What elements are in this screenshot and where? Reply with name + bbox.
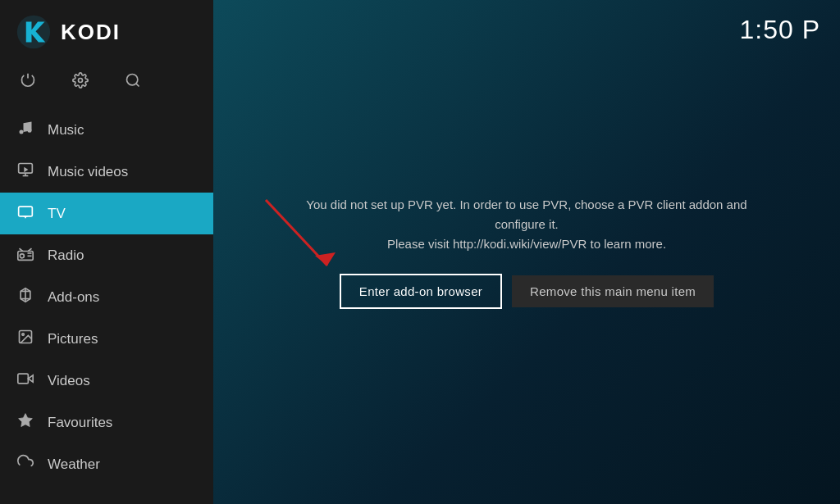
svg-point-6 bbox=[28, 129, 32, 133]
svg-marker-8 bbox=[24, 167, 28, 173]
sidebar-item-radio[interactable]: Radio bbox=[0, 234, 213, 276]
svg-marker-26 bbox=[28, 375, 33, 382]
settings-button[interactable] bbox=[69, 69, 92, 96]
sidebar-item-videos-label: Videos bbox=[48, 373, 90, 389]
favourites-icon bbox=[16, 412, 34, 433]
svg-point-2 bbox=[79, 79, 83, 83]
main-content: 1:50 P You did not set up PVR yet. In or… bbox=[213, 0, 840, 504]
sidebar-item-tv-label: TV bbox=[48, 206, 66, 222]
svg-marker-36 bbox=[315, 252, 336, 266]
sidebar-item-music-videos[interactable]: Music videos bbox=[0, 151, 213, 193]
sidebar-item-addons[interactable]: Add-ons bbox=[0, 276, 213, 318]
sidebar-item-pictures[interactable]: Pictures bbox=[0, 318, 213, 360]
svg-point-25 bbox=[22, 334, 24, 336]
pvr-message-line1: You did not set up PVR yet. In order to … bbox=[306, 198, 746, 231]
sidebar-item-radio-label: Radio bbox=[48, 247, 84, 264]
sidebar-toolbar bbox=[0, 62, 213, 109]
sidebar: KODI bbox=[0, 0, 213, 504]
sidebar-item-weather-label: Weather bbox=[48, 456, 100, 473]
enter-addon-wrapper: Enter add-on browser bbox=[340, 274, 502, 309]
svg-point-3 bbox=[127, 75, 138, 85]
tv-icon bbox=[16, 203, 34, 224]
power-button[interactable] bbox=[16, 69, 39, 96]
svg-point-15 bbox=[20, 254, 24, 258]
sidebar-item-music-label: Music bbox=[48, 122, 84, 138]
sidebar-header: KODI bbox=[0, 0, 213, 62]
pvr-message: You did not set up PVR yet. In order to … bbox=[297, 195, 756, 254]
nav-menu: Music Music videos bbox=[0, 109, 213, 504]
sidebar-item-music-videos-label: Music videos bbox=[48, 164, 128, 180]
sidebar-item-favourites[interactable]: Favourites bbox=[0, 402, 213, 443]
svg-point-5 bbox=[20, 130, 24, 134]
sidebar-item-weather[interactable]: Weather bbox=[0, 443, 213, 485]
music-videos-icon bbox=[16, 161, 34, 182]
weather-icon bbox=[16, 454, 34, 474]
svg-marker-28 bbox=[19, 414, 33, 427]
videos-icon bbox=[16, 370, 34, 391]
sidebar-item-videos[interactable]: Videos bbox=[0, 360, 213, 402]
radio-icon bbox=[16, 245, 34, 266]
pvr-message-line2: Please visit http://kodi.wiki/view/PVR t… bbox=[387, 237, 666, 251]
search-button[interactable] bbox=[121, 69, 144, 96]
svg-rect-11 bbox=[19, 207, 33, 216]
pictures-icon bbox=[16, 329, 34, 349]
action-buttons: Enter add-on browser Remove this main me… bbox=[340, 274, 714, 309]
content-center: You did not set up PVR yet. In order to … bbox=[281, 179, 773, 325]
sidebar-item-favourites-label: Favourites bbox=[48, 415, 112, 431]
enter-addon-browser-button[interactable]: Enter add-on browser bbox=[340, 274, 502, 309]
app-title: KODI bbox=[61, 20, 121, 45]
addons-icon bbox=[16, 287, 34, 307]
svg-line-4 bbox=[136, 84, 139, 87]
time-display: 1:50 P bbox=[739, 15, 820, 45]
music-icon bbox=[16, 120, 34, 140]
kodi-logo-icon bbox=[16, 15, 51, 49]
sidebar-item-pictures-label: Pictures bbox=[48, 331, 98, 347]
remove-menu-item-button[interactable]: Remove this main menu item bbox=[512, 275, 714, 307]
sidebar-item-addons-label: Add-ons bbox=[48, 289, 99, 306]
svg-rect-27 bbox=[18, 374, 28, 384]
sidebar-item-tv[interactable]: TV bbox=[0, 193, 213, 234]
sidebar-item-music[interactable]: Music bbox=[0, 109, 213, 151]
